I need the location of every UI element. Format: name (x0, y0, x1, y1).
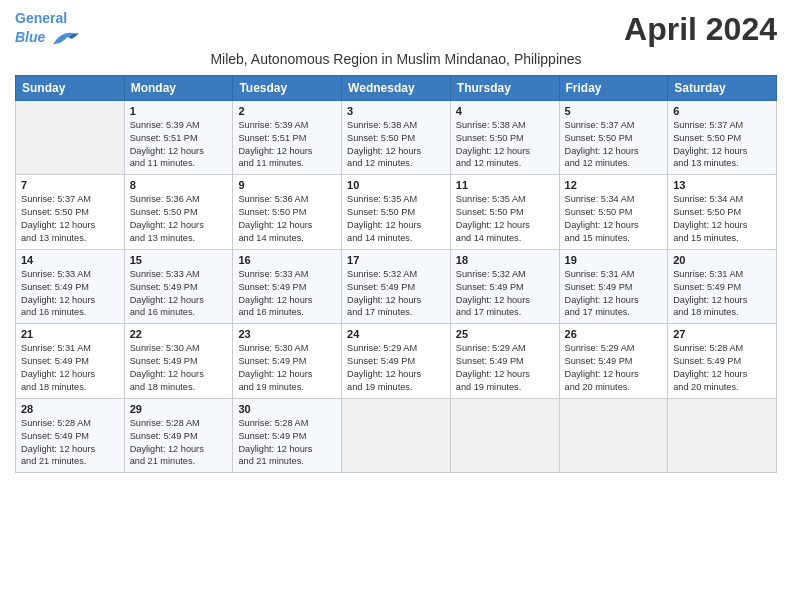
calendar-cell (559, 398, 668, 473)
calendar-cell: 9Sunrise: 5:36 AMSunset: 5:50 PMDaylight… (233, 175, 342, 250)
day-number: 12 (565, 179, 663, 191)
day-number: 19 (565, 254, 663, 266)
calendar-cell: 1Sunrise: 5:39 AMSunset: 5:51 PMDaylight… (124, 100, 233, 175)
calendar-cell: 26Sunrise: 5:29 AMSunset: 5:49 PMDayligh… (559, 324, 668, 399)
day-info: Sunrise: 5:31 AMSunset: 5:49 PMDaylight:… (565, 268, 663, 320)
calendar-cell: 14Sunrise: 5:33 AMSunset: 5:49 PMDayligh… (16, 249, 125, 324)
calendar-cell: 27Sunrise: 5:28 AMSunset: 5:49 PMDayligh… (668, 324, 777, 399)
calendar-cell: 15Sunrise: 5:33 AMSunset: 5:49 PMDayligh… (124, 249, 233, 324)
page-title: April 2024 (624, 11, 777, 48)
day-number: 5 (565, 105, 663, 117)
day-info: Sunrise: 5:29 AMSunset: 5:49 PMDaylight:… (347, 342, 445, 394)
day-number: 28 (21, 403, 119, 415)
day-info: Sunrise: 5:35 AMSunset: 5:50 PMDaylight:… (347, 193, 445, 245)
day-info: Sunrise: 5:30 AMSunset: 5:49 PMDaylight:… (130, 342, 228, 394)
calendar-cell: 28Sunrise: 5:28 AMSunset: 5:49 PMDayligh… (16, 398, 125, 473)
day-info: Sunrise: 5:29 AMSunset: 5:49 PMDaylight:… (456, 342, 554, 394)
calendar-cell: 4Sunrise: 5:38 AMSunset: 5:50 PMDaylight… (450, 100, 559, 175)
calendar-table: SundayMondayTuesdayWednesdayThursdayFrid… (15, 75, 777, 474)
calendar-cell: 30Sunrise: 5:28 AMSunset: 5:49 PMDayligh… (233, 398, 342, 473)
day-number: 15 (130, 254, 228, 266)
calendar-cell: 10Sunrise: 5:35 AMSunset: 5:50 PMDayligh… (342, 175, 451, 250)
header-wednesday: Wednesday (342, 75, 451, 100)
calendar-cell: 17Sunrise: 5:32 AMSunset: 5:49 PMDayligh… (342, 249, 451, 324)
day-info: Sunrise: 5:33 AMSunset: 5:49 PMDaylight:… (130, 268, 228, 320)
day-info: Sunrise: 5:28 AMSunset: 5:49 PMDaylight:… (21, 417, 119, 469)
logo-general: General (15, 10, 67, 26)
calendar-week-row: 28Sunrise: 5:28 AMSunset: 5:49 PMDayligh… (16, 398, 777, 473)
calendar-cell: 18Sunrise: 5:32 AMSunset: 5:49 PMDayligh… (450, 249, 559, 324)
day-number: 27 (673, 328, 771, 340)
day-number: 18 (456, 254, 554, 266)
calendar-week-row: 14Sunrise: 5:33 AMSunset: 5:49 PMDayligh… (16, 249, 777, 324)
calendar-week-row: 7Sunrise: 5:37 AMSunset: 5:50 PMDaylight… (16, 175, 777, 250)
day-number: 30 (238, 403, 336, 415)
header-friday: Friday (559, 75, 668, 100)
calendar-cell: 2Sunrise: 5:39 AMSunset: 5:51 PMDaylight… (233, 100, 342, 175)
calendar-cell: 5Sunrise: 5:37 AMSunset: 5:50 PMDaylight… (559, 100, 668, 175)
calendar-cell: 6Sunrise: 5:37 AMSunset: 5:50 PMDaylight… (668, 100, 777, 175)
day-info: Sunrise: 5:30 AMSunset: 5:49 PMDaylight:… (238, 342, 336, 394)
day-number: 26 (565, 328, 663, 340)
day-info: Sunrise: 5:28 AMSunset: 5:49 PMDaylight:… (238, 417, 336, 469)
day-number: 21 (21, 328, 119, 340)
logo-bird-icon (51, 27, 79, 49)
calendar-cell: 16Sunrise: 5:33 AMSunset: 5:49 PMDayligh… (233, 249, 342, 324)
day-info: Sunrise: 5:33 AMSunset: 5:49 PMDaylight:… (21, 268, 119, 320)
day-info: Sunrise: 5:39 AMSunset: 5:51 PMDaylight:… (130, 119, 228, 171)
calendar-cell: 3Sunrise: 5:38 AMSunset: 5:50 PMDaylight… (342, 100, 451, 175)
logo-blue: Blue (15, 29, 45, 45)
day-number: 16 (238, 254, 336, 266)
header-thursday: Thursday (450, 75, 559, 100)
header-monday: Monday (124, 75, 233, 100)
day-number: 6 (673, 105, 771, 117)
day-info: Sunrise: 5:39 AMSunset: 5:51 PMDaylight:… (238, 119, 336, 171)
calendar-cell: 23Sunrise: 5:30 AMSunset: 5:49 PMDayligh… (233, 324, 342, 399)
calendar-cell: 13Sunrise: 5:34 AMSunset: 5:50 PMDayligh… (668, 175, 777, 250)
day-info: Sunrise: 5:35 AMSunset: 5:50 PMDaylight:… (456, 193, 554, 245)
day-number: 23 (238, 328, 336, 340)
day-number: 9 (238, 179, 336, 191)
day-number: 11 (456, 179, 554, 191)
day-info: Sunrise: 5:38 AMSunset: 5:50 PMDaylight:… (456, 119, 554, 171)
day-info: Sunrise: 5:32 AMSunset: 5:49 PMDaylight:… (347, 268, 445, 320)
day-number: 29 (130, 403, 228, 415)
day-number: 13 (673, 179, 771, 191)
day-number: 1 (130, 105, 228, 117)
day-number: 24 (347, 328, 445, 340)
day-number: 2 (238, 105, 336, 117)
calendar-week-row: 21Sunrise: 5:31 AMSunset: 5:49 PMDayligh… (16, 324, 777, 399)
calendar-cell: 19Sunrise: 5:31 AMSunset: 5:49 PMDayligh… (559, 249, 668, 324)
day-info: Sunrise: 5:31 AMSunset: 5:49 PMDaylight:… (673, 268, 771, 320)
calendar-cell: 8Sunrise: 5:36 AMSunset: 5:50 PMDaylight… (124, 175, 233, 250)
header-sunday: Sunday (16, 75, 125, 100)
day-info: Sunrise: 5:34 AMSunset: 5:50 PMDaylight:… (673, 193, 771, 245)
calendar-cell (16, 100, 125, 175)
day-info: Sunrise: 5:33 AMSunset: 5:49 PMDaylight:… (238, 268, 336, 320)
day-info: Sunrise: 5:37 AMSunset: 5:50 PMDaylight:… (565, 119, 663, 171)
day-info: Sunrise: 5:36 AMSunset: 5:50 PMDaylight:… (130, 193, 228, 245)
calendar-cell: 20Sunrise: 5:31 AMSunset: 5:49 PMDayligh… (668, 249, 777, 324)
day-info: Sunrise: 5:37 AMSunset: 5:50 PMDaylight:… (21, 193, 119, 245)
day-info: Sunrise: 5:32 AMSunset: 5:49 PMDaylight:… (456, 268, 554, 320)
day-number: 4 (456, 105, 554, 117)
day-number: 3 (347, 105, 445, 117)
calendar-cell: 21Sunrise: 5:31 AMSunset: 5:49 PMDayligh… (16, 324, 125, 399)
day-number: 8 (130, 179, 228, 191)
day-info: Sunrise: 5:34 AMSunset: 5:50 PMDaylight:… (565, 193, 663, 245)
day-number: 17 (347, 254, 445, 266)
day-info: Sunrise: 5:31 AMSunset: 5:49 PMDaylight:… (21, 342, 119, 394)
calendar-cell: 12Sunrise: 5:34 AMSunset: 5:50 PMDayligh… (559, 175, 668, 250)
calendar-header-row: SundayMondayTuesdayWednesdayThursdayFrid… (16, 75, 777, 100)
calendar-cell: 22Sunrise: 5:30 AMSunset: 5:49 PMDayligh… (124, 324, 233, 399)
calendar-cell: 25Sunrise: 5:29 AMSunset: 5:49 PMDayligh… (450, 324, 559, 399)
day-number: 20 (673, 254, 771, 266)
page-subtitle: Mileb, Autonomous Region in Muslim Minda… (15, 51, 777, 67)
calendar-cell (668, 398, 777, 473)
day-info: Sunrise: 5:37 AMSunset: 5:50 PMDaylight:… (673, 119, 771, 171)
header-saturday: Saturday (668, 75, 777, 100)
calendar-cell: 29Sunrise: 5:28 AMSunset: 5:49 PMDayligh… (124, 398, 233, 473)
calendar-cell: 24Sunrise: 5:29 AMSunset: 5:49 PMDayligh… (342, 324, 451, 399)
calendar-cell: 11Sunrise: 5:35 AMSunset: 5:50 PMDayligh… (450, 175, 559, 250)
day-info: Sunrise: 5:38 AMSunset: 5:50 PMDaylight:… (347, 119, 445, 171)
